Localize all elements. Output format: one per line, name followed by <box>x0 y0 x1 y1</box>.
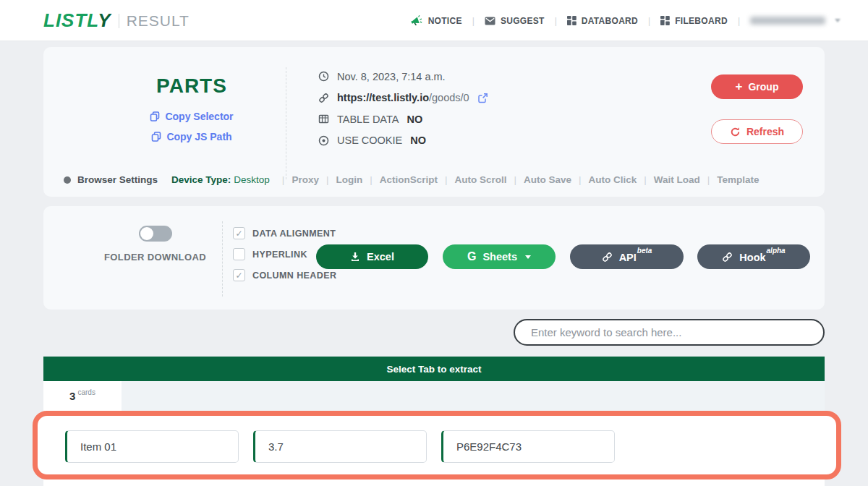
link-icon <box>722 252 733 263</box>
sheets-button[interactable]: G Sheets <box>443 244 556 269</box>
nav-notice[interactable]: NOTICE <box>410 15 462 27</box>
copy-icon <box>151 132 161 142</box>
job-datetime: Nov. 8, 2023, 7:14 a.m. <box>337 71 446 82</box>
folder-download-toggle[interactable] <box>139 226 172 242</box>
copy-selector-button[interactable]: Copy Selector <box>101 111 282 122</box>
extracted-field-1[interactable] <box>65 430 239 463</box>
external-link-icon[interactable] <box>477 93 488 103</box>
option-divider <box>707 174 710 185</box>
clock-icon <box>318 71 329 82</box>
option-divider <box>644 174 647 185</box>
megaphone-icon <box>410 15 423 27</box>
link-icon <box>602 252 613 263</box>
option-auto-scroll[interactable]: Auto Scroll <box>454 174 506 185</box>
download-icon <box>350 252 360 262</box>
option-divider <box>326 174 329 185</box>
nav-divider <box>648 16 650 26</box>
refresh-icon <box>730 127 741 137</box>
extracted-field-3[interactable] <box>441 430 615 463</box>
browser-settings-label: Browser Settings <box>77 174 158 185</box>
nav-databoard[interactable]: DATABOARD <box>567 16 638 26</box>
info-row-use-cookie: USE COOKIE NO <box>318 130 488 152</box>
search-input[interactable] <box>514 319 825 346</box>
sheets-button-label: Sheets <box>482 251 517 263</box>
option-wait-load[interactable]: Wait Load <box>654 174 700 185</box>
hook-button-label: Hookalpha <box>739 250 785 263</box>
use-cookie-value: NO <box>410 135 426 146</box>
checkbox-data-alignment[interactable]: DATA ALIGNMENT <box>233 223 336 244</box>
summary-actions: Group Refresh <box>711 74 803 144</box>
nav-fileboard[interactable]: FILEBOARD <box>660 16 728 26</box>
table-icon <box>318 114 329 124</box>
option-proxy[interactable]: Proxy <box>292 174 319 185</box>
checkbox-icon[interactable] <box>233 269 245 281</box>
brand-logo: LISTLY <box>43 9 111 32</box>
option-divider <box>445 174 448 185</box>
list-title-block: PARTS Copy Selector Copy JS Path <box>101 47 282 142</box>
option-auto-click[interactable]: Auto Click <box>589 174 637 185</box>
vertical-divider <box>286 67 286 179</box>
extracted-field-2[interactable] <box>253 430 427 463</box>
nav-suggest-label: SUGGEST <box>501 16 545 26</box>
option-divider <box>579 174 582 185</box>
board-grid-icon <box>660 16 670 25</box>
option-divider <box>514 174 516 185</box>
tab-cards-unit: cards <box>77 388 95 396</box>
nav-divider <box>555 16 557 26</box>
group-button[interactable]: Group <box>711 74 803 99</box>
checkbox-icon[interactable] <box>233 248 245 260</box>
api-button[interactable]: APIbeta <box>570 244 684 269</box>
option-actionscript[interactable]: ActionScript <box>380 174 438 185</box>
group-button-label: Group <box>748 81 778 93</box>
checkbox-column-header[interactable]: COLUMN HEADER <box>233 265 336 286</box>
table-data-value: NO <box>407 114 422 125</box>
option-template[interactable]: Template <box>717 174 759 185</box>
select-tab-bar[interactable]: Select Tab to extract <box>43 357 825 381</box>
summary-card: PARTS Copy Selector Copy JS Path Nov. 8,… <box>43 47 825 197</box>
checkbox-label: HYPERLINK <box>252 250 307 260</box>
circle-dot-icon <box>64 176 71 184</box>
refresh-button[interactable]: Refresh <box>711 119 803 144</box>
tab-cards[interactable]: 3 cards <box>43 381 122 411</box>
copy-js-path-button[interactable]: Copy JS Path <box>101 131 282 142</box>
refresh-button-label: Refresh <box>746 126 784 137</box>
nav-suggest[interactable]: SUGGEST <box>485 16 545 26</box>
hook-button[interactable]: Hookalpha <box>697 244 810 269</box>
nav-divider <box>738 16 740 26</box>
info-row-datetime: Nov. 8, 2023, 7:14 a.m. <box>318 66 488 88</box>
info-row-table-data: TABLE DATA NO <box>318 108 488 130</box>
use-cookie-label: USE COOKIE <box>337 135 402 146</box>
browser-settings-row: Browser Settings Device Type:Desktop Pro… <box>64 174 760 185</box>
app-logo[interactable]: LISTLY RESULT <box>43 0 190 41</box>
select-tab-bar-label: Select Tab to extract <box>386 364 481 375</box>
account-masked-text <box>750 17 825 25</box>
plus-icon <box>736 80 743 94</box>
option-auto-save[interactable]: Auto Save <box>524 174 571 185</box>
tab-row: 3 cards <box>43 381 825 411</box>
checkbox-icon[interactable] <box>233 227 245 239</box>
folder-download-label: FOLDER DOWNLOAD <box>70 252 240 263</box>
job-info-list: Nov. 8, 2023, 7:14 a.m. https://test.lis… <box>318 66 488 151</box>
excel-button[interactable]: Excel <box>316 244 428 269</box>
checkbox-label: COLUMN HEADER <box>252 270 336 281</box>
target-icon <box>318 135 329 146</box>
checkbox-label: DATA ALIGNMENT <box>252 229 336 239</box>
toggle-knob <box>140 227 153 240</box>
device-type[interactable]: Device Type:Desktop <box>171 174 270 185</box>
nav-notice-label: NOTICE <box>428 16 462 26</box>
option-divider <box>282 174 285 185</box>
option-login[interactable]: Login <box>336 174 362 185</box>
option-divider <box>370 174 373 185</box>
account-menu[interactable] <box>750 17 841 25</box>
copy-icon <box>150 111 160 122</box>
envelope-icon <box>485 17 495 25</box>
excel-button-label: Excel <box>367 251 394 263</box>
source-url: https://test.listly.io/goods/0 <box>337 92 469 103</box>
tab-cards-count: 3 <box>69 390 75 402</box>
folder-download-block: FOLDER DOWNLOAD <box>70 226 240 263</box>
chevron-down-icon <box>525 255 531 259</box>
chevron-down-icon <box>835 19 841 22</box>
top-bar: LISTLY RESULT NOTICE SUGGEST DATABOARD <box>0 0 868 41</box>
browser-settings-options: Proxy Login ActionScript Auto Scroll Aut… <box>282 174 760 185</box>
board-grid-icon <box>567 16 576 25</box>
